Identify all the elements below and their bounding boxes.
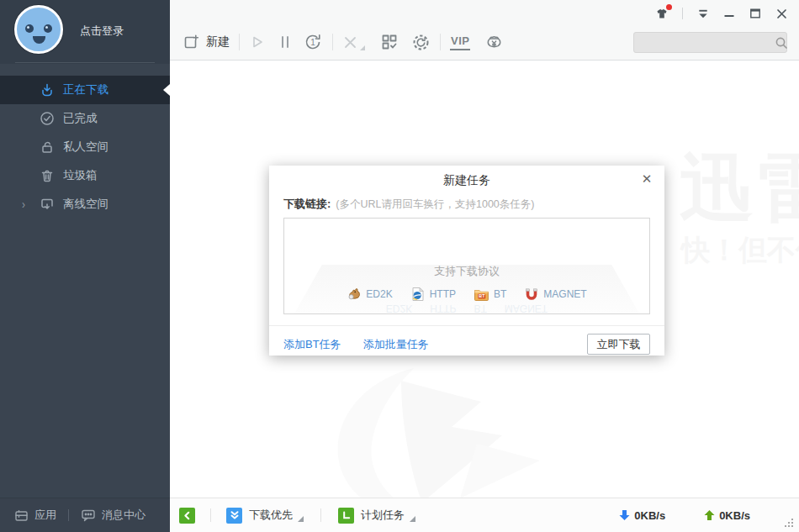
protocol-label: BT (494, 288, 506, 300)
search-icon[interactable] (775, 36, 788, 50)
download-link-row: 下载链接: (多个URL请用回车换行，支持1000条任务) (283, 197, 650, 212)
vip-button[interactable]: VIP (450, 34, 470, 50)
sidebar-item-completed[interactable]: 已完成 (0, 104, 170, 133)
divider (239, 34, 240, 50)
resize-grip[interactable] (785, 519, 793, 527)
start-button[interactable] (249, 34, 266, 50)
scheduled-tasks-label[interactable]: 计划任务 (361, 508, 405, 523)
add-batch-task-link[interactable]: 添加批量任务 (363, 337, 429, 352)
retry-download-button[interactable]: 1 (303, 32, 323, 52)
down-arrow-icon (619, 509, 630, 521)
http-browser-icon (410, 287, 426, 302)
account-area: 点击登录 (0, 0, 170, 64)
pause-button[interactable] (279, 34, 291, 50)
apps-button[interactable]: 应用 (14, 508, 56, 523)
new-task-icon (183, 34, 200, 51)
check-circle-icon (39, 111, 55, 127)
scheduled-tasks-icon[interactable] (338, 508, 354, 524)
divider (332, 34, 333, 50)
upload-speed: 0KB/s (704, 509, 750, 522)
sidebar-item-label: 正在下载 (63, 82, 108, 97)
collapse-to-tray-icon[interactable] (696, 7, 711, 20)
protocol-bt: BT BT (474, 287, 506, 302)
divider (210, 508, 211, 522)
priority-dropdown-icon[interactable] (298, 516, 304, 522)
vip-label: VIP (450, 34, 470, 50)
offline-cloud-icon (39, 197, 55, 213)
apps-label: 应用 (34, 508, 56, 523)
topbar: 新建 1 (170, 0, 799, 61)
schedule-dropdown-icon[interactable] (410, 516, 415, 522)
svg-text:BT: BT (479, 293, 485, 298)
watermark-bird-logo (288, 356, 574, 498)
protocol-label: MAGNET (543, 288, 586, 300)
divider (68, 509, 69, 521)
watermark-slogan: 快！但不仅仅是快 (681, 231, 799, 270)
protocol-magnet: MAGNET (524, 287, 586, 302)
skin-theme-icon[interactable] (654, 7, 669, 20)
sidebar: 点击登录 正在下载 已完成 (0, 0, 170, 532)
minimize-button[interactable] (722, 7, 737, 20)
protocol-http: HTTP (410, 287, 456, 302)
apps-icon (14, 508, 29, 523)
remote-download-button[interactable] (380, 33, 399, 51)
bt-folder-icon: BT (474, 287, 489, 302)
up-arrow-icon (704, 509, 715, 521)
dialog-close-icon[interactable]: ✕ (639, 171, 654, 187)
download-priority-icon[interactable] (226, 508, 242, 524)
sidebar-item-label: 私人空间 (63, 140, 108, 155)
sidebar-item-downloading[interactable]: 正在下载 (0, 76, 170, 104)
chevron-right-icon[interactable]: › (22, 198, 25, 212)
download-speed: 0KB/s (619, 509, 665, 522)
ed2k-donkey-icon (347, 287, 362, 302)
notification-dot (666, 4, 672, 10)
download-now-button[interactable]: 立即下载 (587, 334, 650, 355)
maximize-button[interactable] (748, 7, 763, 20)
new-task-dialog: 新建任务 ✕ 下载链接: (多个URL请用回车换行，支持1000条任务) 支持下… (269, 166, 664, 356)
protocols-row: ED2K HTTP BT BT (347, 287, 586, 302)
protocol-label: ED2K (366, 288, 392, 300)
avatar-mouth (33, 36, 45, 44)
sidebar-item-private-space[interactable]: 私人空间 (0, 133, 170, 161)
settings-gear-icon[interactable] (411, 33, 431, 52)
sidebar-item-trash[interactable]: 垃圾箱 (0, 161, 170, 190)
delete-button[interactable] (342, 34, 358, 50)
delete-dropdown-icon[interactable] (360, 45, 365, 50)
upload-speed-value: 0KB/s (719, 509, 750, 522)
protocols-hint: 支持下载协议 (434, 264, 500, 279)
login-button[interactable]: 点击登录 (80, 24, 124, 39)
message-center-button[interactable]: 消息中心 (81, 508, 146, 523)
sidebar-nav: 正在下载 已完成 私人空间 垃圾 (0, 76, 170, 219)
active-item-notch (163, 84, 170, 96)
avatar[interactable] (14, 5, 63, 54)
sidebar-item-label: 已完成 (63, 111, 98, 126)
new-task-label: 新建 (206, 34, 230, 50)
url-textarea[interactable]: 支持下载协议 ED2K HTTP (283, 218, 650, 314)
add-bt-task-link[interactable]: 添加BT任务 (283, 337, 341, 352)
status-bar: 下载优先 计划任务 0KB/s 0KB/s (170, 498, 799, 532)
divider (682, 8, 683, 19)
lock-open-icon (39, 140, 55, 155)
collapse-panel-button[interactable] (179, 508, 195, 524)
avatar-eye (25, 24, 34, 33)
search-box (633, 32, 787, 53)
divider (320, 508, 321, 522)
divider (440, 34, 441, 50)
download-speed-value: 0KB/s (634, 509, 665, 522)
protocol-ed2k: ED2K (347, 287, 392, 302)
download-icon (39, 82, 55, 98)
new-task-button[interactable]: 新建 (183, 34, 230, 51)
sidebar-item-offline-space[interactable]: › 离线空间 (0, 190, 170, 219)
download-priority-label[interactable]: 下载优先 (249, 508, 293, 523)
speed-indicators: 0KB/s 0KB/s (619, 509, 750, 522)
close-button[interactable] (774, 7, 789, 20)
sidebar-item-label: 离线空间 (63, 197, 108, 212)
search-input[interactable] (634, 37, 775, 49)
toolbar: 新建 1 (170, 24, 504, 61)
protocols-reflection: ED2K HTTP BT MAGNET (386, 303, 548, 313)
dialog-title: 新建任务 (269, 166, 664, 188)
download-link-placeholder: (多个URL请用回车换行，支持1000条任务) (336, 198, 534, 212)
divider (15, 62, 155, 63)
money-bag-icon[interactable] (484, 33, 504, 52)
sidebar-footer: 应用 消息中心 (0, 498, 170, 532)
